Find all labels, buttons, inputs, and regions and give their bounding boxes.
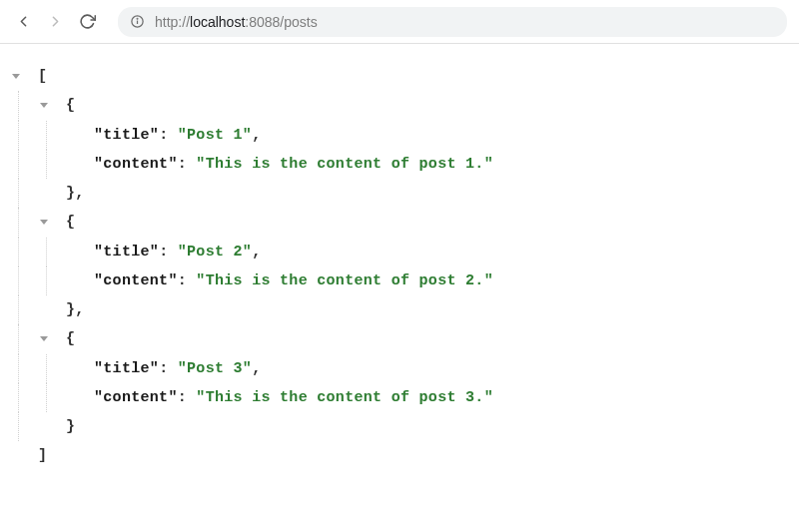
site-info-icon[interactable] [130,14,145,29]
json-object-close: } [10,412,789,441]
json-kv-title: "title": "Post 2", [10,238,789,266]
url-portpath: :8088/posts [245,14,317,30]
toggle-icon[interactable] [40,336,48,341]
url-host: localhost [190,14,245,30]
json-object-close: }, [10,295,789,324]
json-kv-content: "content": "This is the content of post … [10,266,789,295]
json-object-open: { [10,208,789,237]
json-array-open: [ [10,62,789,91]
json-object-open: { [10,91,789,120]
json-kv-title: "title": "Post 1", [10,121,789,150]
json-object-open: { [10,324,789,353]
back-button[interactable] [12,11,34,33]
browser-toolbar: http://localhost:8088/posts [0,0,799,44]
url-scheme: http:// [155,14,190,30]
json-kv-content: "content": "This is the content of post … [10,383,789,412]
toggle-icon[interactable] [12,74,20,79]
json-array-close: ] [10,441,789,470]
reload-button[interactable] [76,11,98,33]
json-object-close: }, [10,179,789,208]
url-text: http://localhost:8088/posts [155,14,318,30]
svg-point-2 [137,18,138,19]
toggle-icon[interactable] [40,220,48,225]
forward-button[interactable] [44,11,66,33]
json-kv-title: "title": "Post 3", [10,354,789,383]
toggle-icon[interactable] [40,103,48,108]
json-kv-content: "content": "This is the content of post … [10,150,789,179]
json-viewer: [ { "title": "Post 1", "content": "This … [0,44,799,489]
address-bar[interactable]: http://localhost:8088/posts [118,7,787,37]
